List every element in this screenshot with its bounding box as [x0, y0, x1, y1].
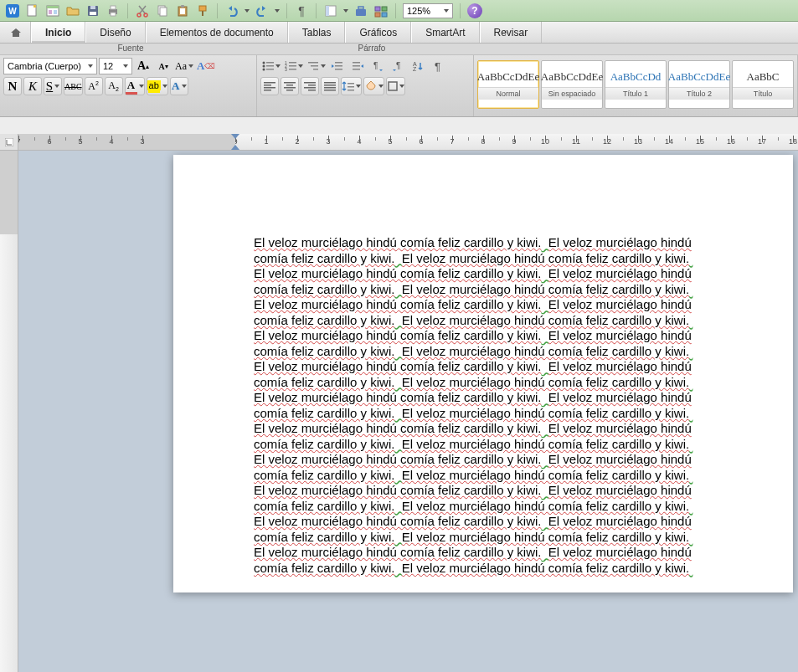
svg-rect-5 — [47, 6, 59, 8]
tab-inicio[interactable]: Inicio — [31, 22, 85, 43]
styles-gallery[interactable]: AaBbCcDdEeNormalAaBbCcDdEeSin espaciadoA… — [476, 59, 795, 110]
new-icon[interactable] — [25, 3, 40, 18]
open-icon[interactable] — [65, 3, 80, 18]
grow-font-button[interactable]: A▴ — [134, 57, 152, 75]
highlight-button[interactable]: ab — [147, 77, 168, 95]
ltr-button[interactable]: ¶ — [368, 57, 387, 75]
bold-button[interactable]: N — [3, 77, 22, 95]
svg-rect-13 — [111, 13, 116, 16]
line-spacing-button[interactable] — [341, 77, 362, 95]
tab-diseño[interactable]: Diseño — [85, 22, 145, 43]
group-paragraph: 123 ¶ ¶ AZ ¶ — [257, 55, 474, 116]
vertical-ruler[interactable] — [0, 151, 18, 672]
redo-icon[interactable] — [255, 3, 270, 18]
underline-button[interactable]: S — [44, 77, 62, 95]
borders-button[interactable] — [386, 77, 405, 95]
shading-button[interactable] — [363, 77, 384, 95]
print-icon[interactable] — [106, 3, 121, 18]
undo-icon[interactable] — [224, 3, 239, 18]
sort-button[interactable]: AZ — [409, 57, 427, 75]
horizontal-ruler[interactable]: 76543210123456789101112131415161718 — [18, 134, 798, 151]
redo-dropdown[interactable] — [275, 9, 280, 13]
style-sin-espaciado[interactable]: AaBbCcDdEeSin espaciado — [541, 60, 603, 109]
separator — [127, 3, 128, 18]
separator — [395, 3, 396, 18]
tab-smartart[interactable]: SmartArt — [411, 22, 479, 43]
template-icon[interactable] — [45, 3, 60, 18]
separator — [316, 3, 317, 18]
sidebar-icon[interactable] — [323, 3, 338, 18]
format-painter-icon[interactable] — [195, 3, 210, 18]
font-size-combo[interactable]: 12 — [99, 58, 132, 74]
multilevel-button[interactable] — [306, 57, 327, 75]
svg-rect-65 — [308, 85, 316, 86]
save-icon[interactable] — [85, 3, 100, 18]
style-título-1[interactable]: AaBbCcDdTítulo 1 — [605, 60, 667, 109]
undo-dropdown[interactable] — [245, 9, 250, 13]
italic-button[interactable]: K — [23, 77, 42, 95]
svg-text:Z: Z — [413, 66, 417, 72]
gallery-icon[interactable] — [373, 3, 389, 18]
svg-rect-57 — [264, 85, 271, 86]
bullets-button[interactable] — [260, 57, 281, 75]
outdent-button[interactable] — [328, 57, 347, 75]
zoom-combo[interactable]: 125% — [403, 3, 453, 18]
cut-icon[interactable] — [135, 3, 150, 18]
svg-rect-70 — [324, 87, 336, 89]
svg-rect-42 — [289, 69, 296, 70]
change-case-button[interactable]: Aa — [174, 57, 194, 75]
shrink-font-button[interactable]: A▾ — [154, 57, 172, 75]
tab-revisar[interactable]: Revisar — [480, 22, 543, 43]
font-color-button[interactable]: A — [125, 77, 145, 95]
sidebar-dropdown[interactable] — [343, 9, 348, 13]
clear-format-button[interactable]: A⌫ — [196, 57, 216, 75]
svg-rect-26 — [358, 7, 363, 9]
svg-point-14 — [137, 13, 141, 17]
superscript-button[interactable]: A2 — [85, 77, 103, 95]
rtl-button[interactable]: ¶ — [389, 57, 407, 75]
svg-text:W: W — [8, 7, 17, 16]
subscript-button[interactable]: A2 — [105, 77, 123, 95]
help-icon[interactable]: ? — [467, 3, 482, 18]
align-center-button[interactable] — [281, 77, 299, 95]
svg-rect-68 — [324, 82, 336, 84]
style-título[interactable]: AaBbCTítulo — [732, 60, 794, 109]
align-left-button[interactable] — [260, 77, 279, 95]
tab-gráficos[interactable]: Gráficos — [345, 22, 411, 43]
svg-rect-32 — [266, 62, 274, 64]
svg-point-35 — [262, 69, 265, 71]
tab-home-icon[interactable] — [2, 22, 31, 43]
tab-elementos-de-documento[interactable]: Elementos de documento — [146, 22, 288, 43]
svg-rect-74 — [348, 90, 354, 91]
pilcrow-icon[interactable]: ¶ — [294, 3, 309, 18]
font-name-combo[interactable]: Cambria (Cuerpo) — [3, 58, 97, 74]
ribbon: Cambria (Cuerpo) 12 A▴ A▾ Aa A⌫ N K S AB… — [0, 55, 798, 117]
numbering-button[interactable]: 123 — [283, 57, 304, 75]
style-normal[interactable]: AaBbCcDdEeNormal — [477, 60, 539, 109]
ruler-corner[interactable] — [0, 134, 18, 151]
svg-rect-29 — [375, 13, 380, 17]
svg-rect-59 — [264, 90, 271, 91]
style-título-2[interactable]: AaBbCcDdEeTítulo 2 — [668, 60, 730, 109]
tab-tablas[interactable]: Tablas — [288, 22, 346, 43]
indent-button[interactable] — [348, 57, 367, 75]
font-size-value: 12 — [103, 61, 113, 71]
align-right-button[interactable] — [301, 77, 319, 95]
justify-button[interactable] — [321, 77, 339, 95]
strike-button[interactable]: ABC — [64, 77, 83, 95]
copy-icon[interactable] — [155, 3, 170, 18]
show-marks-button[interactable]: ¶ — [429, 57, 447, 75]
toolbox-icon[interactable] — [353, 3, 368, 18]
svg-rect-19 — [180, 8, 185, 14]
document-scroll[interactable]: El veloz murciélago hindú comía feliz ca… — [18, 151, 798, 672]
page: El veloz murciélago hindú comía feliz ca… — [173, 155, 793, 592]
svg-point-15 — [144, 13, 147, 17]
svg-rect-38 — [289, 62, 296, 64]
svg-rect-30 — [382, 13, 387, 17]
svg-rect-56 — [264, 82, 275, 84]
group-titles: Fuente Párrafo — [0, 44, 798, 55]
svg-rect-66 — [304, 87, 316, 89]
text-effects-button[interactable]: A — [170, 77, 188, 95]
body-text[interactable]: El veloz murciélago hindú comía feliz ca… — [254, 235, 693, 576]
paste-icon[interactable] — [175, 3, 190, 18]
